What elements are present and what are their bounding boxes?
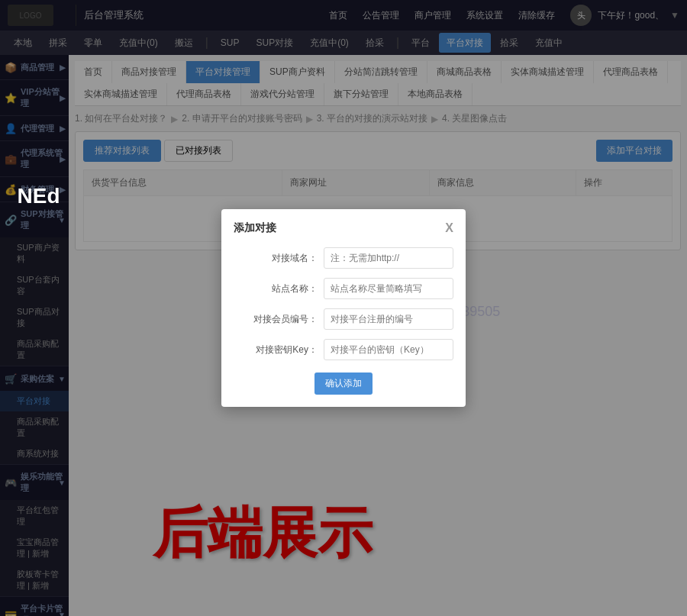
form-input-domain[interactable] bbox=[324, 247, 453, 269]
form-input-member-id[interactable] bbox=[324, 308, 453, 330]
form-input-sitename[interactable] bbox=[324, 278, 453, 299]
modal-submit-button[interactable]: 确认添加 bbox=[314, 373, 373, 395]
form-input-secret-key[interactable] bbox=[324, 339, 453, 360]
modal-header: 添加对接 X bbox=[234, 221, 453, 235]
form-label-member-id: 对接会员编号： bbox=[234, 313, 318, 326]
modal-footer: 确认添加 bbox=[234, 373, 453, 395]
form-label-secret-key: 对接密钥Key： bbox=[234, 343, 318, 356]
form-label-sitename: 站点名称： bbox=[234, 282, 318, 295]
modal-title: 添加对接 bbox=[234, 221, 276, 235]
form-label-domain: 对接域名： bbox=[234, 252, 318, 265]
form-group-sitename: 站点名称： bbox=[234, 278, 453, 299]
add-connect-modal: 添加对接 X 对接域名： 站点名称： 对接会员编号： 对接密钥Key： 确认添加 bbox=[221, 209, 466, 407]
form-group-domain: 对接域名： bbox=[234, 247, 453, 269]
modal-overlay[interactable]: 添加对接 X 对接域名： 站点名称： 对接会员编号： 对接密钥Key： 确认添加 bbox=[0, 0, 687, 616]
modal-close-button[interactable]: X bbox=[445, 221, 453, 235]
form-group-member-id: 对接会员编号： bbox=[234, 308, 453, 330]
form-group-secret-key: 对接密钥Key： bbox=[234, 339, 453, 360]
